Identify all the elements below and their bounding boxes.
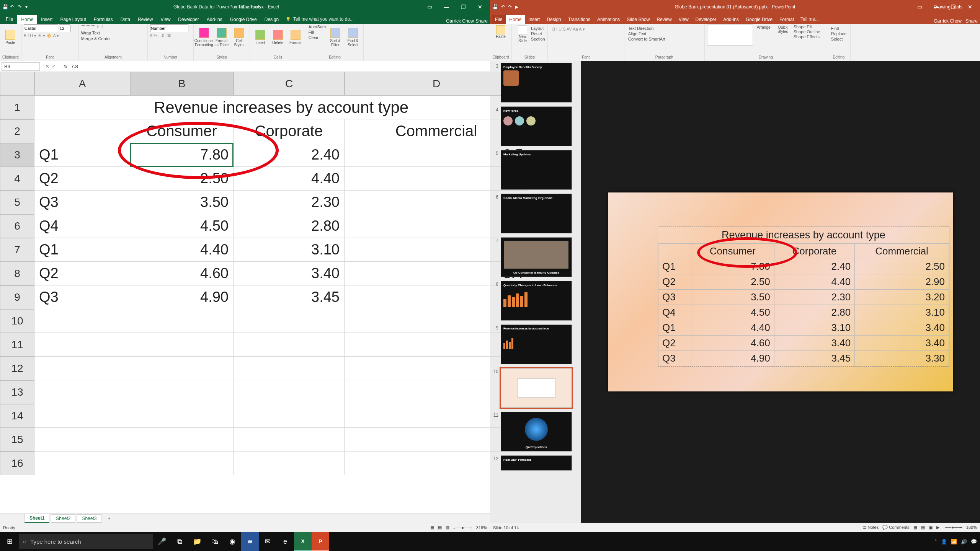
tab-slideshow[interactable]: Slide Show: [623, 15, 653, 24]
quick-styles[interactable]: Quick Styles: [774, 24, 791, 47]
new-sheet[interactable]: +: [103, 515, 115, 522]
align-text[interactable]: Align Text: [628, 31, 701, 36]
thumb-10[interactable]: [501, 368, 572, 408]
tell-me-search[interactable]: Tell me...: [797, 15, 822, 24]
select[interactable]: Select: [831, 37, 846, 41]
view-normal-icon[interactable]: ▦: [913, 525, 917, 530]
view-sorter-icon[interactable]: ▤: [921, 525, 925, 530]
thumb-4[interactable]: New Hires: [501, 106, 572, 146]
replace[interactable]: Replace: [831, 31, 846, 36]
minimize-icon[interactable]: —: [439, 3, 454, 11]
table-object[interactable]: Revenue increases by account type Consum…: [658, 227, 949, 366]
tray-people-icon[interactable]: 👤: [941, 539, 947, 544]
select-all[interactable]: [0, 72, 34, 96]
sheet-tab-1[interactable]: Sheet1: [24, 514, 49, 523]
zoom-level[interactable]: 160%: [966, 525, 977, 530]
view-normal-icon[interactable]: ▦: [430, 525, 434, 530]
row-3[interactable]: 3: [0, 143, 34, 167]
mail-icon[interactable]: ✉: [259, 532, 276, 551]
shapes-gallery[interactable]: [707, 24, 753, 46]
thumb-7[interactable]: Q3 Consumer Banking Updates: [501, 237, 572, 277]
chrome-icon[interactable]: ◉: [224, 532, 241, 551]
view-slideshow-icon[interactable]: ▶: [936, 525, 939, 530]
tab-file[interactable]: File: [492, 15, 506, 24]
clear[interactable]: Clear: [309, 35, 326, 40]
merge-center[interactable]: Merge & Center: [81, 36, 111, 41]
sheet-title[interactable]: Revenue increases by account type: [34, 96, 528, 119]
tab-google-drive[interactable]: Google Drive: [226, 15, 261, 24]
cell-styles[interactable]: Cell Styles: [231, 24, 247, 49]
tab-developer[interactable]: Developer: [692, 15, 720, 24]
tab-review[interactable]: Review: [653, 15, 675, 24]
maximize-icon[interactable]: ❐: [456, 3, 471, 11]
view-reading-icon[interactable]: ▣: [929, 525, 933, 530]
excel-icon[interactable]: X: [294, 532, 312, 551]
arrange[interactable]: Arrange: [755, 24, 772, 47]
file-explorer-icon[interactable]: 📁: [188, 532, 206, 551]
layout[interactable]: Layout: [531, 26, 545, 31]
find[interactable]: Find: [831, 26, 846, 31]
view-pagelayout-icon[interactable]: ▤: [438, 525, 442, 530]
powerpoint-icon[interactable]: P: [312, 532, 329, 551]
thumb-8[interactable]: Quarterly Changes in Loan Balances: [501, 281, 572, 321]
word-icon[interactable]: W: [241, 532, 259, 551]
cancel-icon[interactable]: ✕: [45, 64, 49, 69]
close-icon[interactable]: ✕: [472, 3, 488, 11]
save-icon[interactable]: 💾: [492, 4, 498, 10]
comments-button[interactable]: 💬 Comments: [882, 525, 909, 530]
tab-review[interactable]: Review: [134, 15, 157, 24]
shape-effects[interactable]: Shape Effects: [794, 34, 820, 39]
tab-page-layout[interactable]: Page Layout: [56, 15, 90, 24]
insert-cells[interactable]: Insert: [252, 24, 268, 49]
text-direction[interactable]: Text Direction: [628, 26, 701, 31]
shape-outline[interactable]: Shape Outline: [794, 29, 820, 34]
tab-data[interactable]: Data: [117, 15, 134, 24]
tab-view[interactable]: View: [675, 15, 692, 24]
conditional-formatting[interactable]: Conditional Formatting: [196, 24, 212, 49]
redo-icon[interactable]: ↷: [508, 4, 512, 10]
tray-volume-icon[interactable]: 🔊: [961, 539, 967, 544]
ribbon-options-icon[interactable]: ▭: [912, 3, 927, 11]
thumb-12[interactable]: Real GDP Forecast: [501, 455, 572, 471]
font-size[interactable]: [59, 24, 70, 32]
find-select[interactable]: Find & Select: [345, 24, 361, 49]
paste-button[interactable]: Paste: [2, 24, 18, 49]
notes-button[interactable]: ≣ Notes: [863, 525, 879, 530]
share-button[interactable]: Share: [965, 18, 978, 24]
thumb-3[interactable]: Employee Benefits Survey: [501, 63, 572, 103]
tab-file[interactable]: File: [2, 14, 17, 24]
col-B[interactable]: B: [130, 72, 234, 96]
qat-more-icon[interactable]: ▾: [25, 4, 31, 10]
row-1[interactable]: 1: [0, 96, 34, 119]
tab-google-drive[interactable]: Google Drive: [742, 15, 776, 24]
thumb-6[interactable]: Social Media Marketing Org Chart: [501, 194, 572, 233]
slide-canvas[interactable]: Revenue increases by account type Consum…: [581, 61, 980, 523]
tell-me-search[interactable]: Tell me what you want to do...: [283, 15, 357, 24]
autosum[interactable]: AutoSum: [309, 24, 326, 29]
tab-insert[interactable]: Insert: [37, 15, 56, 24]
tab-transitions[interactable]: Transitions: [565, 15, 594, 24]
name-box[interactable]: B3: [2, 62, 40, 71]
start-slideshow-icon[interactable]: ▶: [515, 4, 518, 10]
col-C[interactable]: C: [234, 72, 345, 96]
thumb-9[interactable]: Revenue increases by account type: [501, 324, 572, 364]
col-A[interactable]: A: [34, 72, 130, 96]
edge-icon[interactable]: e: [276, 532, 294, 551]
sort-filter[interactable]: Sort & Filter: [327, 24, 343, 49]
shape-fill[interactable]: Shape Fill: [794, 24, 820, 29]
view-pagebreak-icon[interactable]: ▥: [446, 525, 449, 530]
tab-animations[interactable]: Animations: [594, 15, 623, 24]
section[interactable]: Section: [531, 37, 545, 41]
redo-icon[interactable]: ↷: [18, 4, 23, 10]
reset[interactable]: Reset: [531, 31, 545, 36]
worksheet-grid[interactable]: A B C D 1 Revenue increases by account t…: [0, 72, 490, 514]
tab-home[interactable]: Home: [17, 15, 37, 24]
format-cells[interactable]: Format: [287, 24, 304, 49]
user-name[interactable]: Garrick Chow: [446, 18, 474, 24]
tab-addins[interactable]: Add-ins: [203, 15, 226, 24]
taskbar-search[interactable]: ○ Type here to search: [19, 534, 153, 549]
tab-insert[interactable]: Insert: [525, 15, 543, 24]
thumb-5[interactable]: Marketing Updates: [501, 150, 572, 190]
save-icon[interactable]: 💾: [2, 4, 8, 10]
hdr-consumer[interactable]: Consumer: [130, 119, 234, 143]
